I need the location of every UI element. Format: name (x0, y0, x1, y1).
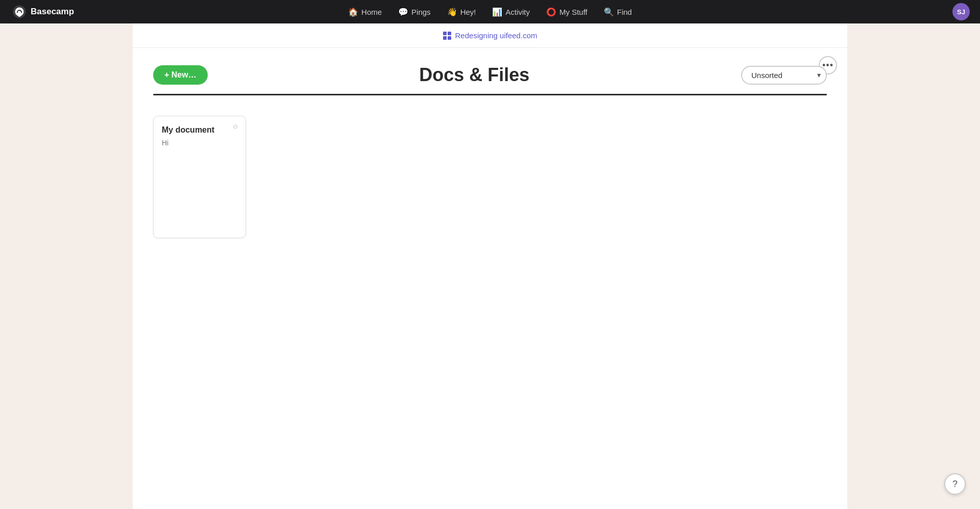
nav-link-home[interactable]: 🏠 Home (341, 4, 389, 20)
find-icon: 🔍 (604, 7, 614, 17)
new-button[interactable]: + New… (153, 65, 208, 85)
sort-wrapper: Unsorted By name By date created By date… (741, 66, 827, 85)
doc-card-menu-button[interactable]: ○ (230, 121, 240, 132)
my-stuff-icon: ⭕ (546, 7, 556, 17)
top-nav: Basecamp 🏠 Home 💬 Pings 👋 Hey! 📊 Activit… (0, 0, 980, 23)
doc-card[interactable]: ○ My document Hi (153, 116, 246, 238)
nav-link-hey[interactable]: 👋 Hey! (440, 4, 483, 20)
hey-icon: 👋 (447, 7, 457, 17)
nav-link-activity[interactable]: 📊 Activity (485, 4, 537, 20)
sort-select[interactable]: Unsorted By name By date created By date… (741, 66, 827, 85)
home-icon: 🏠 (348, 7, 358, 17)
side-background-right (847, 23, 980, 509)
activity-icon: 📊 (492, 7, 502, 17)
nav-link-pings[interactable]: 💬 Pings (391, 4, 438, 20)
page-title: Docs & Files (208, 64, 741, 86)
basecamp-logo-icon (12, 5, 27, 19)
side-background-left (0, 23, 133, 509)
main-wrapper: Redesigning uifeed.com ••• + New… Docs &… (0, 23, 980, 509)
content-panel: ••• + New… Docs & Files Unsorted By name… (133, 48, 847, 509)
nav-links: 🏠 Home 💬 Pings 👋 Hey! 📊 Activity ⭕ My St… (341, 4, 639, 20)
doc-card-preview: Hi (162, 139, 237, 147)
docs-header: + New… Docs & Files Unsorted By name By … (133, 48, 847, 86)
project-grid-icon (443, 32, 451, 40)
project-bar: Redesigning uifeed.com (0, 23, 980, 48)
nav-link-find[interactable]: 🔍 Find (597, 4, 639, 20)
nav-link-my-stuff[interactable]: ⭕ My Stuff (539, 4, 595, 20)
help-button[interactable]: ? (944, 473, 966, 495)
pings-icon: 💬 (398, 7, 408, 17)
user-avatar[interactable]: SJ (952, 3, 970, 20)
docs-grid: ○ My document Hi (133, 95, 847, 259)
nav-logo[interactable]: Basecamp (12, 5, 74, 19)
project-link[interactable]: Redesigning uifeed.com (443, 31, 537, 40)
doc-card-title: My document (162, 125, 237, 135)
